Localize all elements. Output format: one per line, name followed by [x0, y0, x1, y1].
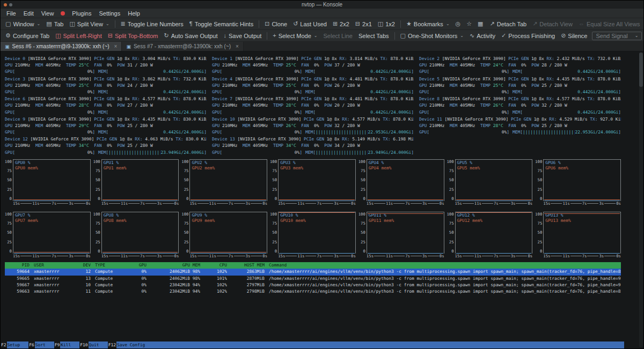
process-row-59664[interactable]: 59664xmasterrrr12Compute0%24062MiB 98%10… [5, 269, 621, 275]
value-text: 5.149 MiB/s [352, 137, 383, 142]
split-top-bottom-button[interactable]: ⊟Split Top-Bottom [105, 32, 161, 40]
auto-save-output-button[interactable]: ↻Auto Save Output [161, 32, 220, 40]
x-tick: 3s [69, 201, 74, 206]
process-finishing-button[interactable]: ✓Process Finishing [499, 32, 558, 40]
function-key-label-sort[interactable]: Sort [35, 341, 54, 348]
value-text: 32 / 280 W [334, 123, 360, 128]
2x2-button[interactable]: ⊞2x2 [330, 20, 352, 28]
mem-series-label: GPU2 mem% [192, 166, 265, 171]
y-axis-labels: 1007550250 [535, 159, 543, 206]
menu-help[interactable]: Help [124, 10, 144, 17]
process-cell: 59667 [5, 282, 30, 288]
select-mode-button[interactable]: +Select Mode⌄ [270, 32, 320, 40]
y-tick: 0 [363, 196, 365, 201]
process-row-59667[interactable]: 59667xmasterrrr10Compute0%23042MiB 94%10… [5, 282, 621, 288]
toggle-semantic-hints-button[interactable]: ¶Toggle Semantic Hints [187, 20, 256, 28]
toggle-line-numbers-button[interactable]: ≣Toggle Line Numbers [118, 20, 186, 28]
x-axis-labels: 15s11s7s3s0s [189, 254, 267, 259]
process-row-59665[interactable]: 59665xmasterrrr13Compute0%24062MiB 98%10… [5, 276, 621, 282]
terminal-view[interactable]: Device 0 [NVIDIA GeForce RTX 3090] PCIe … [1, 51, 643, 348]
split-left-right-button[interactable]: ◫Split Left-Right [53, 32, 105, 40]
y-tick: 100 [270, 212, 277, 217]
scrollbar[interactable] [639, 53, 643, 347]
function-key-f10[interactable]: F10 [79, 341, 88, 348]
label-text: TEMP [66, 143, 79, 148]
menu-view[interactable]: View [38, 10, 58, 17]
last-used-button[interactable]: ↺Last Used [290, 20, 330, 28]
search-icon: ◎ [456, 21, 461, 27]
close-icon[interactable]: × [236, 43, 239, 49]
label-text: MEM [35, 103, 46, 108]
chevron-down-icon: ⌄ [460, 33, 464, 38]
function-key-label-save-config[interactable]: Save Config [116, 341, 153, 348]
label-text: Device 6 [5, 96, 28, 101]
tab-button[interactable]: ▤Tab [43, 20, 66, 28]
label-text: ] [92, 129, 95, 136]
text [15, 89, 87, 95]
x-tick: 11s [297, 201, 304, 206]
select-line-button[interactable]: Select Line [320, 32, 355, 40]
column-header-command: Command [269, 262, 621, 269]
window-button[interactable]: ▢Window⌄ [3, 20, 43, 28]
session-tab-0[interactable]: ▣Sess #6 - xmasterrrr@i9-13900k: xxh (~)… [1, 42, 122, 51]
function-key-f9[interactable]: F9 [54, 341, 61, 348]
2x1-button[interactable]: ⊟2x1 [353, 20, 375, 28]
process-row-59663[interactable]: 59663xmasterrrr11Compute0%23042MiB 94%10… [5, 288, 621, 295]
function-key-f12[interactable]: F12 [108, 341, 116, 348]
close-icon[interactable]: × [114, 43, 118, 49]
silence-button[interactable]: ⊘Silence [558, 32, 590, 40]
label-text: Device 11 [419, 117, 445, 122]
label-text: POW [117, 83, 127, 88]
configure-tab-button[interactable]: ⚙Configure Tab [3, 32, 52, 40]
save-output-button[interactable]: ↓Save Output [221, 32, 265, 40]
label-text: MEM [35, 143, 46, 148]
bookmarks-button[interactable]: ★Bookmarks⌄ [404, 20, 452, 28]
menu-settings[interactable]: Settings [95, 10, 124, 17]
function-key-f2[interactable]: F2 [1, 341, 7, 348]
split-view-button[interactable]: ◫Split View⌄ [67, 20, 112, 28]
function-key-label-quit[interactable]: Quit [89, 341, 108, 348]
value-text: 0% [87, 129, 93, 136]
1x2-button[interactable]: ◫1x2 [375, 20, 398, 28]
function-key-label-setup[interactable]: Setup [7, 341, 29, 348]
button-label: Tab [54, 21, 64, 27]
one-shot-monitors-button[interactable]: ▢One-Shot Monitors⌄ [398, 32, 466, 40]
y-tick: 75 [184, 221, 189, 226]
gpu-chart-7: 1007550250GPU7 %GPU7 mem%15s11s7s3s0s [5, 212, 91, 259]
label-text: GPU [212, 83, 222, 88]
value-text: 1@ 8x [324, 96, 340, 101]
equal-size-all-views-button[interactable]: ⇔Equal Size All Views [576, 20, 642, 28]
titlebar[interactable]: nvtop — Konsole [1, 1, 643, 9]
label-text: MEM[ [305, 69, 316, 75]
search-button[interactable]: ◎ [453, 20, 464, 28]
column-header-pid: PID [5, 262, 30, 269]
menu-file[interactable]: File [3, 10, 20, 17]
function-key-f6[interactable]: F6 [28, 341, 35, 348]
function-key-label-kill[interactable]: Kill [60, 341, 79, 348]
process-cell: 2797MiB [231, 282, 265, 288]
send-signal-combo[interactable]: Send Signal⌄ [592, 32, 642, 40]
scrollbar-thumb[interactable] [639, 53, 643, 87]
gpu-memory-bar: MEM[0.442Gi/24.000Gi] [513, 109, 621, 116]
detach-tab-button[interactable]: ↗Detach Tab [487, 20, 529, 28]
value-text: 0% [314, 83, 324, 88]
bookmark-folder-button[interactable]: ▦ [475, 20, 486, 28]
device-info-line: Device 11 [NVIDIA GeForce RTX 3090] PCIe… [419, 116, 621, 123]
activity-button[interactable]: ∿Activity [467, 32, 498, 40]
menu-plugins[interactable]: Plugins [68, 10, 95, 17]
value-text: 210MHz [222, 103, 243, 108]
value-text: 6.198 MiB/s [393, 137, 414, 142]
select-tabs-button[interactable]: Select Tabs [356, 32, 392, 40]
mem-series-label: GPU1 mem% [104, 166, 177, 171]
save-icon: ↓ [224, 33, 227, 39]
y-tick: 0 [186, 249, 188, 254]
gpu-memory-bar: MEM[||||||||||||||||||||||||||||||||||||… [305, 129, 414, 136]
clone-button[interactable]: ⊡Clone [262, 20, 290, 28]
bookmark-add-button[interactable]: ☆ [464, 20, 474, 28]
mem-usage-line [456, 212, 532, 213]
detach-view-button[interactable]: ↗Detach View [530, 20, 575, 28]
session-tab-1[interactable]: ▣Sess #7 - xmasterrrr@i9-13900k: xxh (~)… [122, 42, 243, 51]
menu-edit[interactable]: Edit [20, 10, 38, 17]
gpu-usage-line [191, 253, 266, 254]
device-clock-line: GPU 210MHz MEM 405MHz TEMP 25°C FAN 0% P… [212, 83, 414, 89]
